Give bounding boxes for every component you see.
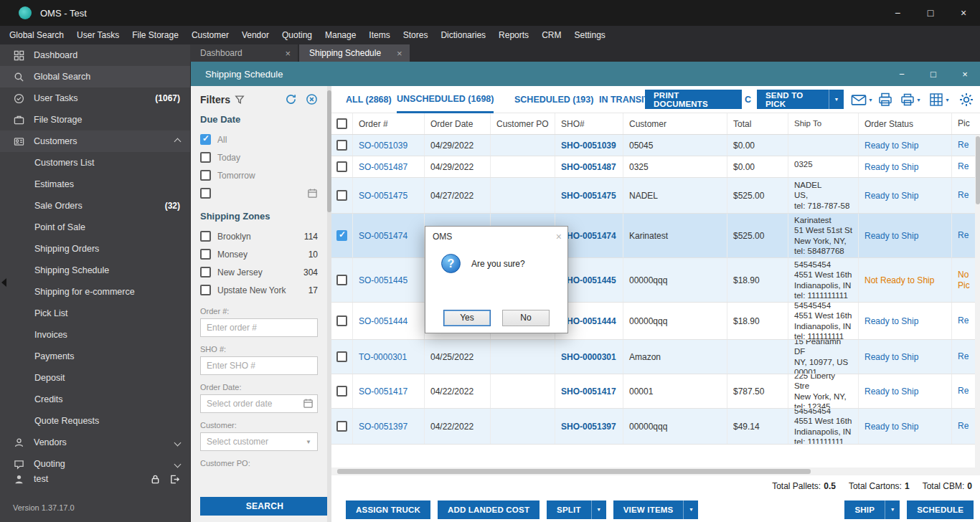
send-to-pick-dropdown[interactable]: ▼ xyxy=(829,90,844,109)
split-dropdown[interactable]: ▼ xyxy=(591,500,606,519)
menu-dictionaries[interactable]: Dictionaries xyxy=(434,26,492,44)
sidebar-item-shipping-schedule[interactable]: Shipping Schedule xyxy=(0,260,190,281)
view-items-dropdown[interactable]: ▼ xyxy=(683,500,698,519)
sidebar-item-point-of-sale[interactable]: Point of Sale xyxy=(0,217,190,238)
sidebar-item-estimates[interactable]: Estimates xyxy=(0,174,190,195)
logout-icon[interactable] xyxy=(169,474,180,485)
checkbox-icon[interactable] xyxy=(200,231,211,242)
zone-upstate-checkbox[interactable]: Upstate New York 17 xyxy=(200,281,318,299)
tab-scheduled[interactable]: SCHEDULED (193) xyxy=(514,86,593,113)
schedule-button[interactable]: SCHEDULE xyxy=(907,500,974,519)
order-link[interactable]: SO-0051487 xyxy=(359,162,407,172)
col-order-date[interactable]: Order Date xyxy=(425,113,491,134)
col-ship-to[interactable]: Ship To xyxy=(788,113,859,134)
row-checkbox[interactable] xyxy=(336,315,347,326)
sho-link[interactable]: SHO-0051397 xyxy=(561,422,616,432)
sidebar-item-payments[interactable]: Payments xyxy=(0,346,190,367)
menu-stores[interactable]: Stores xyxy=(397,26,435,44)
order-link[interactable]: SO-0051474 xyxy=(359,231,407,241)
menu-file-storage[interactable]: File Storage xyxy=(126,26,185,44)
order-link[interactable]: TO-0000301 xyxy=(359,352,407,362)
checkbox-icon[interactable] xyxy=(200,249,211,260)
menu-items[interactable]: Items xyxy=(362,26,396,44)
order-link[interactable]: SO-0051397 xyxy=(359,422,407,432)
order-link[interactable]: SO-0051444 xyxy=(359,316,407,326)
zone-brooklyn-checkbox[interactable]: Brooklyn 114 xyxy=(200,227,318,245)
no-button[interactable]: No xyxy=(502,310,550,326)
close-tab-icon[interactable]: × xyxy=(397,48,402,59)
row-checkbox[interactable] xyxy=(336,275,347,285)
settings-button[interactable] xyxy=(958,91,974,108)
order-number-input[interactable] xyxy=(200,318,318,337)
inner-minimize-button[interactable]: − xyxy=(886,62,918,86)
sidebar-item-credits[interactable]: Credits xyxy=(0,389,190,410)
row-checkbox[interactable] xyxy=(336,161,347,172)
calendar-icon[interactable] xyxy=(307,188,318,199)
menu-quoting[interactable]: Quoting xyxy=(275,26,319,44)
row-checkbox[interactable] xyxy=(336,140,347,151)
inner-close-button[interactable]: × xyxy=(949,62,980,86)
sho-link[interactable]: SHO-0051444 xyxy=(561,316,616,326)
sidebar-item-pick-list[interactable]: Pick List xyxy=(0,303,190,324)
zone-new-jersey-checkbox[interactable]: New Jersey 304 xyxy=(200,263,318,281)
menu-reports[interactable]: Reports xyxy=(492,26,535,44)
tab-all[interactable]: ALL (2868) xyxy=(346,86,392,113)
col-customer[interactable]: Customer xyxy=(623,113,727,134)
checkbox-icon[interactable] xyxy=(200,285,211,295)
search-button[interactable]: SEARCH xyxy=(200,497,327,516)
export-dropdown-button[interactable]: ▼ xyxy=(929,91,950,108)
order-date-input[interactable] xyxy=(200,394,318,413)
lock-icon[interactable] xyxy=(150,474,161,485)
print-dropdown-button[interactable]: ▼ xyxy=(900,91,921,108)
tab-shipping-schedule[interactable]: Shipping Schedule × xyxy=(299,44,410,62)
menu-global-search[interactable]: Global Search xyxy=(3,26,70,44)
select-all-checkbox[interactable] xyxy=(336,118,347,129)
table-row[interactable]: SO-0051487 04/29/2022 SHO-0051487 0325 $… xyxy=(331,156,980,178)
sho-link[interactable]: SHO-0051487 xyxy=(561,162,616,172)
col-customer-po[interactable]: Customer PO xyxy=(491,113,555,134)
sidebar-item-user-tasks[interactable]: User Tasks (1067) xyxy=(0,87,190,109)
menu-crm[interactable]: CRM xyxy=(535,26,567,44)
sho-link[interactable]: SHO-0051417 xyxy=(561,386,616,397)
refresh-icon[interactable] xyxy=(285,93,297,105)
menu-manage[interactable]: Manage xyxy=(319,26,362,44)
row-checkbox[interactable] xyxy=(336,386,347,397)
order-link[interactable]: SO-0051039 xyxy=(359,141,407,151)
table-horizontal-scrollbar[interactable] xyxy=(331,468,980,475)
sidebar-item-customers[interactable]: Customers xyxy=(0,130,190,152)
table-row[interactable]: SO-0051417 04/22/2022 SHO-0051417 00001 … xyxy=(331,374,980,409)
inner-restore-button[interactable]: □ xyxy=(918,62,949,86)
user-row[interactable]: test xyxy=(0,468,190,490)
row-checkbox-checked[interactable] xyxy=(336,230,347,241)
tab-in-transit[interactable]: IN TRANSIT xyxy=(599,86,649,113)
table-vertical-scrollbar[interactable] xyxy=(975,135,980,468)
sidebar-item-deposit[interactable]: Deposit xyxy=(0,367,190,389)
zone-monsey-checkbox[interactable]: Monsey 10 xyxy=(200,245,318,263)
due-date-all-checkbox[interactable]: All xyxy=(200,130,318,148)
tab-dashboard[interactable]: Dashboard × xyxy=(190,44,298,62)
dialog-close-icon[interactable]: × xyxy=(556,231,562,242)
minimize-button[interactable]: − xyxy=(881,0,914,26)
clear-filters-icon[interactable] xyxy=(306,93,318,105)
send-to-pick-button[interactable]: SEND TO PICK xyxy=(757,90,829,109)
checkbox-icon[interactable] xyxy=(200,152,211,163)
due-date-custom-checkbox[interactable] xyxy=(200,184,318,202)
order-link[interactable]: SO-0051417 xyxy=(359,386,407,397)
sho-link[interactable]: SHO-0051445 xyxy=(561,275,616,285)
sidebar-item-file-storage[interactable]: File Storage xyxy=(0,109,190,130)
ship-button[interactable]: SHIP xyxy=(844,500,885,519)
sho-link[interactable]: SHO-0051039 xyxy=(561,141,616,151)
menu-vendor[interactable]: Vendor xyxy=(235,26,275,44)
sidebar-item-invoices[interactable]: Invoices xyxy=(0,324,190,346)
sho-link[interactable]: SHO-0051474 xyxy=(561,231,616,241)
table-row[interactable]: SO-0051039 04/29/2022 SHO-0051039 05045 … xyxy=(331,135,980,156)
customer-select[interactable]: Select customer ▼ xyxy=(200,432,318,451)
sho-link[interactable]: SHO-0051475 xyxy=(561,191,616,201)
close-tab-icon[interactable]: × xyxy=(285,48,291,59)
tab-completed-truncated[interactable]: C xyxy=(745,86,755,113)
due-date-today-checkbox[interactable]: Today xyxy=(200,148,318,166)
sidebar-item-sale-orders[interactable]: Sale Orders(32) xyxy=(0,195,190,217)
menu-customer[interactable]: Customer xyxy=(185,26,235,44)
table-row[interactable]: SO-0051475 04/27/2022 SHO-0051475 NADEL … xyxy=(331,178,980,214)
sidebar-collapse-arrow-icon[interactable] xyxy=(1,278,6,287)
